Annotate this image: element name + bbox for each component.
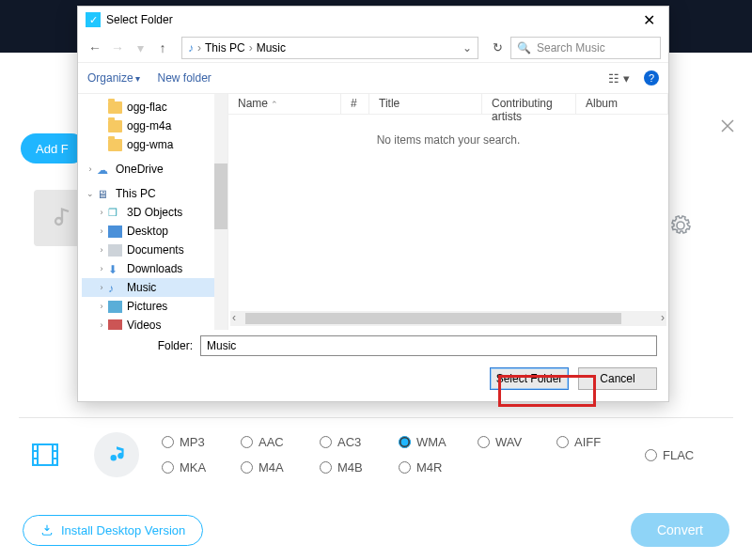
svg-rect-0 <box>33 444 57 465</box>
tree-item[interactable]: ›⬇Downloads <box>82 259 227 278</box>
column-album[interactable]: Album <box>576 94 668 114</box>
select-folder-button[interactable]: Select Folder <box>490 367 569 390</box>
file-list: Name ⌃ # Title Contributing artists Albu… <box>228 94 668 330</box>
format-label: MP3 <box>180 435 205 449</box>
help-icon[interactable]: ? <box>644 70 659 86</box>
tree-scrollbar-thumb[interactable] <box>214 163 227 229</box>
tree-label: Documents <box>127 243 184 257</box>
tree-label: ogg-m4a <box>127 119 171 132</box>
column-name[interactable]: Name ⌃ <box>228 94 341 114</box>
address-dropdown-icon[interactable]: ⌄ <box>462 41 472 54</box>
dialog-toolbar: Organize New folder ☷ ▾ ? <box>78 63 668 93</box>
format-radio[interactable]: WMA <box>399 435 478 449</box>
format-radio-grid: MP3 AAC AC3 WMA WAV AIFF MKA M4A M4B M4R <box>162 435 635 474</box>
search-icon: 🔍 <box>517 41 531 54</box>
pc-icon: 🖥 <box>97 188 111 200</box>
tree-item[interactable]: ›Desktop <box>82 222 227 241</box>
column-hash[interactable]: # <box>341 94 369 114</box>
organize-menu[interactable]: Organize <box>87 71 140 85</box>
search-input[interactable]: 🔍 Search Music <box>510 37 661 59</box>
install-desktop-button[interactable]: Install Desktop Version <box>23 515 203 546</box>
threed-icon: ❒ <box>108 207 122 219</box>
music-icon: ♪ <box>108 282 122 294</box>
convert-button[interactable]: Convert <box>631 513 729 547</box>
tree-item-onedrive[interactable]: ›☁OneDrive <box>82 160 227 179</box>
settings-gear-icon[interactable] <box>669 214 692 237</box>
tree-label: Videos <box>127 319 161 330</box>
scrollbar-thumb[interactable] <box>245 313 621 324</box>
tree-item[interactable]: ›❒3D Objects <box>82 203 227 222</box>
dialog-titlebar: Select Folder ✕ <box>78 7 668 33</box>
folder-input[interactable] <box>200 335 657 356</box>
horizontal-scrollbar[interactable] <box>230 311 666 326</box>
tree-label: Music <box>127 281 156 294</box>
close-panel-icon[interactable] <box>714 113 741 139</box>
nav-up-icon[interactable]: ↑ <box>153 39 172 57</box>
svg-rect-2 <box>53 444 57 465</box>
app-icon <box>86 12 101 27</box>
desktop-icon <box>108 226 122 238</box>
format-label: WMA <box>416 435 446 449</box>
format-radio[interactable]: M4R <box>399 460 478 474</box>
search-placeholder: Search Music <box>537 41 605 54</box>
format-radio[interactable]: FLAC <box>645 448 694 462</box>
video-output-icon[interactable] <box>30 440 60 470</box>
cancel-button[interactable]: Cancel <box>578 367 657 390</box>
pictures-icon <box>108 301 122 313</box>
new-folder-button[interactable]: New folder <box>157 71 211 85</box>
column-artists[interactable]: Contributing artists <box>482 94 576 114</box>
tree-label: Pictures <box>127 300 167 313</box>
breadcrumb-sep-icon: › <box>249 41 253 54</box>
videos-icon <box>108 319 122 331</box>
folder-icon <box>108 120 122 132</box>
format-radio[interactable]: AAC <box>241 435 320 449</box>
format-label: M4R <box>416 460 442 474</box>
format-radio[interactable]: MKA <box>162 460 241 474</box>
list-header[interactable]: Name ⌃ # Title Contributing artists Albu… <box>228 94 668 115</box>
tree-item[interactable]: ›Pictures <box>82 297 227 316</box>
format-label: FLAC <box>663 448 694 462</box>
nav-back-icon[interactable]: ← <box>86 39 104 57</box>
bottom-bar: Install Desktop Version Convert <box>23 513 729 547</box>
format-radio[interactable]: AC3 <box>320 435 399 449</box>
folder-icon <box>108 139 122 151</box>
format-label: AAC <box>258 435 284 449</box>
tree-item[interactable]: ogg-wma <box>82 135 227 154</box>
button-row: Select Folder Cancel <box>89 367 657 390</box>
tree-item-thispc[interactable]: ⌄🖥This PC <box>82 184 227 203</box>
audio-output-icon[interactable] <box>94 432 139 477</box>
format-label: AIFF <box>574 435 601 449</box>
tree-item[interactable]: ›Documents <box>82 241 227 259</box>
address-bar[interactable]: ♪ › This PC › Music ⌄ <box>181 37 478 59</box>
format-radio[interactable]: M4A <box>241 460 320 474</box>
folder-tree[interactable]: ogg-flac ogg-m4a ogg-wma ›☁OneDrive ⌄🖥Th… <box>78 94 228 330</box>
dialog-footer: Folder: Select Folder Cancel <box>78 330 668 401</box>
view-mode-button[interactable]: ☷ ▾ <box>603 70 634 87</box>
folder-icon <box>108 101 122 114</box>
format-label: M4A <box>258 460 284 474</box>
documents-icon <box>108 244 122 257</box>
tree-item[interactable]: ogg-flac <box>82 98 227 117</box>
install-label: Install Desktop Version <box>61 523 185 537</box>
tree-label: This PC <box>116 187 156 200</box>
breadcrumb-current[interactable]: Music <box>257 41 286 54</box>
dialog-close-icon[interactable]: ✕ <box>637 11 661 29</box>
format-label: MKA <box>180 460 206 474</box>
tree-item[interactable]: ogg-m4a <box>82 117 227 135</box>
format-radio[interactable]: M4B <box>320 460 399 474</box>
refresh-icon[interactable]: ↻ <box>488 40 507 54</box>
format-radio[interactable]: AIFF <box>556 435 635 449</box>
breadcrumb-root[interactable]: This PC <box>205 41 245 54</box>
column-title[interactable]: Title <box>369 94 482 114</box>
tree-item-music[interactable]: ›♪Music <box>82 278 227 297</box>
tree-item[interactable]: ›Videos <box>82 316 227 330</box>
format-radio[interactable]: WAV <box>478 435 556 449</box>
tree-label: Downloads <box>127 262 182 275</box>
tree-label: ogg-wma <box>127 138 173 151</box>
nav-forward-icon[interactable]: → <box>108 39 127 57</box>
tree-label: ogg-flac <box>127 101 167 114</box>
folder-label: Folder: <box>89 339 193 352</box>
nav-recent-icon[interactable]: ▾ <box>131 39 149 57</box>
format-radio[interactable]: MP3 <box>162 435 241 449</box>
svg-rect-1 <box>33 444 38 465</box>
